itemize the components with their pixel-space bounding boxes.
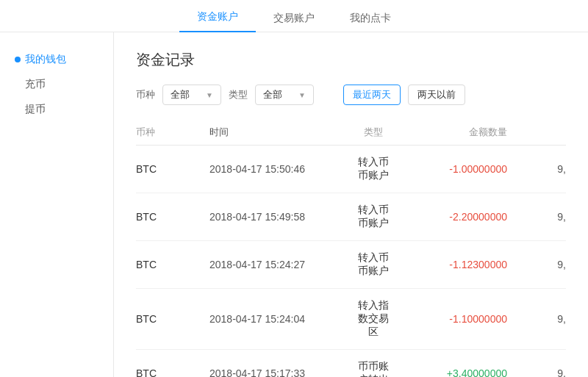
recent-two-days-button[interactable]: 最近两天: [343, 85, 401, 105]
type-filter-value: 全部: [263, 88, 282, 101]
sidebar-item-recharge[interactable]: 充币: [0, 72, 113, 97]
type-filter-arrow-icon: ▼: [298, 91, 306, 99]
cell-amount: -1.12300000: [390, 259, 507, 270]
cell-coin: BTC: [136, 259, 209, 270]
cell-coin: BTC: [136, 313, 209, 325]
header-type: 类型: [356, 126, 390, 139]
cell-coin: BTC: [136, 211, 209, 223]
coin-filter-value: 全部: [171, 88, 190, 101]
before-two-days-button[interactable]: 两天以前: [408, 85, 465, 105]
sidebar-section-label: 我的钱包: [25, 53, 66, 66]
coin-filter-label: 币种: [136, 88, 155, 101]
cell-amount: -1.00000000: [390, 163, 507, 175]
cell-time: 2018-04-17 15:24:27: [209, 259, 356, 270]
cell-type: 转入币币账户: [356, 204, 390, 230]
table-row: BTC 2018-04-17 15:49:58 转入币币账户 -2.200000…: [136, 193, 566, 241]
type-filter-select[interactable]: 全部 ▼: [255, 85, 314, 105]
header-time: 时间: [209, 126, 356, 139]
cell-type: 币币账户转出: [356, 360, 390, 377]
cell-type: 转入指数交易区: [356, 299, 390, 339]
cell-balance: 9,: [507, 313, 566, 325]
cell-time: 2018-04-17 15:49:58: [209, 211, 356, 223]
cell-balance: 9,: [507, 259, 566, 270]
cell-amount: -1.10000000: [390, 313, 507, 325]
cell-balance: 9,: [507, 163, 566, 175]
coin-filter-arrow-icon: ▼: [206, 91, 213, 99]
cell-time: 2018-04-17 15:24:04: [209, 313, 356, 325]
main-layout: 我的钱包 充币 提币 资金记录 币种 全部 ▼ 类型 全部 ▼ 最近两天 两天以…: [0, 32, 588, 377]
cell-coin: BTC: [136, 367, 209, 377]
sidebar: 我的钱包 充币 提币: [0, 32, 114, 377]
header-balance: [507, 126, 566, 139]
table-row: BTC 2018-04-17 15:24:04 转入指数交易区 -1.10000…: [136, 289, 566, 350]
tab-funds[interactable]: 资金账户: [179, 3, 256, 32]
filter-row: 币种 全部 ▼ 类型 全部 ▼ 最近两天 两天以前: [136, 85, 566, 105]
wallet-dot-icon: [15, 57, 21, 62]
tab-points[interactable]: 我的点卡: [332, 4, 409, 32]
table-header: 币种 时间 类型 金额数量: [136, 120, 566, 146]
table-row: BTC 2018-04-17 15:17:33 币币账户转出 +3.400000…: [136, 350, 566, 377]
page-title: 资金记录: [136, 50, 566, 70]
header-coin: 币种: [136, 126, 209, 139]
cell-coin: BTC: [136, 163, 209, 175]
type-filter-label: 类型: [229, 88, 248, 101]
cell-type: 转入币币账户: [356, 251, 390, 278]
table-row: BTC 2018-04-17 15:50:46 转入币币账户 -1.000000…: [136, 146, 566, 193]
sidebar-section-wallet: 我的钱包: [0, 47, 113, 72]
sidebar-item-withdraw[interactable]: 提币: [0, 97, 113, 122]
table-body: BTC 2018-04-17 15:50:46 转入币币账户 -1.000000…: [136, 146, 566, 377]
coin-filter-select[interactable]: 全部 ▼: [162, 85, 221, 105]
cell-amount: -2.20000000: [390, 211, 507, 223]
cell-time: 2018-04-17 15:17:33: [209, 367, 356, 377]
top-navigation: 资金账户 交易账户 我的点卡: [0, 0, 588, 32]
cell-type: 转入币币账户: [356, 156, 390, 182]
cell-time: 2018-04-17 15:50:46: [209, 163, 356, 175]
content-area: 资金记录 币种 全部 ▼ 类型 全部 ▼ 最近两天 两天以前 币种 时间 类型 …: [114, 32, 588, 377]
cell-balance: 9,: [507, 211, 566, 223]
cell-amount: +3.40000000: [390, 367, 507, 377]
table-row: BTC 2018-04-17 15:24:27 转入币币账户 -1.123000…: [136, 241, 566, 289]
tab-trading[interactable]: 交易账户: [256, 4, 332, 32]
header-amount: 金额数量: [390, 126, 507, 139]
cell-balance: 9,: [507, 367, 566, 377]
